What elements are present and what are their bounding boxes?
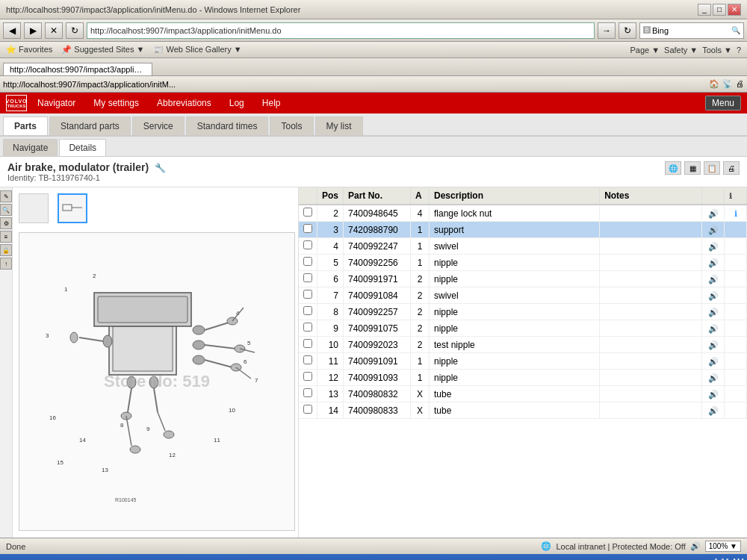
- page-menu[interactable]: Page ▼: [630, 46, 660, 55]
- nav-help[interactable]: Help: [255, 96, 288, 111]
- table-row[interactable]: 4 7400992247 1 swivel 🔊: [299, 238, 747, 255]
- row-checkbox[interactable]: [299, 370, 317, 386]
- row-info-icon[interactable]: [725, 222, 747, 238]
- tab-standard-times[interactable]: Standard times: [186, 116, 269, 135]
- go-button[interactable]: →: [598, 22, 616, 39]
- address-bar[interactable]: http://localhost:9907/impact3/applicatio…: [87, 22, 595, 39]
- suggested-sites[interactable]: 📌 Suggested Sites ▼: [61, 45, 144, 55]
- tab-standard-parts[interactable]: Standard parts: [49, 116, 131, 135]
- zoom-level[interactable]: 100% ▼: [705, 541, 741, 552]
- edit-tool-btn[interactable]: ✎: [0, 190, 12, 202]
- arrow-tool-btn[interactable]: ↑: [0, 258, 12, 270]
- nav-log[interactable]: Log: [222, 96, 252, 111]
- row-checkbox[interactable]: [299, 402, 317, 419]
- table-row[interactable]: 9 7400991075 2 nipple 🔊: [299, 320, 747, 337]
- grid-icon[interactable]: ▦: [684, 161, 701, 175]
- row-sound-icon[interactable]: 🔊: [702, 222, 725, 238]
- subtab-details[interactable]: Details: [59, 139, 106, 156]
- search-bar[interactable]: 🅱 Bing 🔍: [639, 22, 744, 39]
- list-tool-btn[interactable]: ≡: [0, 231, 12, 243]
- search-icon[interactable]: 🔍: [731, 26, 740, 34]
- table-row[interactable]: 14 7400980833 X tube 🔊: [299, 402, 747, 419]
- row-info-icon[interactable]: [725, 370, 747, 386]
- row-sound-icon[interactable]: 🔊: [702, 370, 725, 386]
- part-diagram[interactable]: 1 2 3 4 5 6 7 8 9 10 11 12 13: [19, 232, 295, 531]
- row-sound-icon[interactable]: 🔊: [702, 287, 725, 304]
- row-info-icon[interactable]: [725, 255, 747, 271]
- row-checkbox[interactable]: [299, 222, 317, 238]
- table-row[interactable]: 11 7400991091 1 nipple 🔊: [299, 353, 747, 370]
- right-panel[interactable]: Pos Part No. A Description Notes ℹ: [299, 187, 747, 538]
- tab-my-list[interactable]: My list: [315, 116, 363, 135]
- table-row[interactable]: 7 7400991084 2 swivel 🔊: [299, 287, 747, 304]
- tab-parts[interactable]: Parts: [3, 116, 48, 135]
- nav-navigator[interactable]: Navigator: [30, 96, 83, 111]
- row-checkbox[interactable]: [299, 205, 317, 222]
- row-sound-icon[interactable]: 🔊: [702, 353, 725, 370]
- row-sound-icon[interactable]: 🔊: [702, 271, 725, 287]
- row-sound-icon[interactable]: 🔊: [702, 304, 725, 320]
- table-row[interactable]: 3 7420988790 1 support 🔊: [299, 222, 747, 238]
- row-sound-icon[interactable]: 🔊: [702, 255, 725, 271]
- rss-icon[interactable]: 📡: [722, 79, 733, 89]
- nav-menu-button[interactable]: Menu: [705, 98, 741, 108]
- table-row[interactable]: 10 7400992023 2 test nipple 🔊: [299, 337, 747, 353]
- row-info-icon[interactable]: [725, 238, 747, 255]
- tab-tools[interactable]: Tools: [270, 116, 313, 135]
- row-info-icon[interactable]: [725, 353, 747, 370]
- row-checkbox[interactable]: [299, 287, 317, 304]
- table-row[interactable]: 13 7400980832 X tube 🔊: [299, 386, 747, 402]
- row-sound-icon[interactable]: 🔊: [702, 386, 725, 402]
- globe-icon[interactable]: 🌐: [665, 161, 681, 175]
- row-checkbox[interactable]: [299, 271, 317, 287]
- refresh-button[interactable]: ↻: [66, 22, 84, 39]
- copy-icon[interactable]: 📋: [704, 161, 720, 175]
- table-row[interactable]: 2 7400948645 4 flange lock nut 🔊 ℹ: [299, 205, 747, 222]
- minimize-button[interactable]: _: [698, 4, 711, 16]
- row-info-icon[interactable]: [725, 337, 747, 353]
- settings-tool-btn[interactable]: ⚙: [0, 217, 12, 229]
- row-info-icon[interactable]: ℹ: [725, 205, 747, 222]
- lock-tool-btn[interactable]: 🔒: [0, 244, 12, 256]
- back-button[interactable]: ◀: [3, 22, 21, 39]
- row-info-icon[interactable]: [725, 287, 747, 304]
- print-icon[interactable]: 🖨: [736, 79, 744, 89]
- home-icon[interactable]: 🏠: [709, 79, 719, 89]
- print-icon-header[interactable]: 🖨: [723, 161, 740, 175]
- nav-abbreviations[interactable]: Abbreviations: [149, 96, 219, 111]
- close-button[interactable]: ✕: [728, 4, 741, 16]
- row-checkbox[interactable]: [299, 353, 317, 370]
- row-info-icon[interactable]: [725, 271, 747, 287]
- table-row[interactable]: 12 7400991093 1 nipple 🔊: [299, 370, 747, 386]
- refresh-btn2[interactable]: ↻: [619, 22, 636, 39]
- help-icon[interactable]: ?: [737, 46, 741, 55]
- tab-service[interactable]: Service: [132, 116, 185, 135]
- row-checkbox[interactable]: [299, 337, 317, 353]
- nav-my-settings[interactable]: My settings: [86, 96, 146, 111]
- col-a[interactable]: A: [411, 187, 430, 205]
- row-checkbox[interactable]: [299, 238, 317, 255]
- table-row[interactable]: 5 7400992256 1 nipple 🔊: [299, 255, 747, 271]
- table-row[interactable]: 6 7400991971 2 nipple 🔊: [299, 271, 747, 287]
- browser-tab[interactable]: http://localhost:9907/impact3/applicatio…: [3, 63, 152, 75]
- tools-menu[interactable]: Tools ▼: [702, 46, 732, 55]
- row-checkbox[interactable]: [299, 386, 317, 402]
- web-slice-gallery[interactable]: 📰 Web Slice Gallery ▼: [153, 45, 241, 55]
- favorites-menu[interactable]: ⭐ Favorites: [6, 45, 52, 55]
- stop-button[interactable]: ✕: [45, 22, 63, 39]
- table-row[interactable]: 8 7400992257 2 nipple 🔊: [299, 304, 747, 320]
- row-sound-icon[interactable]: 🔊: [702, 320, 725, 337]
- row-checkbox[interactable]: [299, 320, 317, 337]
- row-sound-icon[interactable]: 🔊: [702, 337, 725, 353]
- safety-menu[interactable]: Safety ▼: [664, 46, 698, 55]
- col-pos[interactable]: Pos: [317, 187, 344, 205]
- col-desc[interactable]: Description: [430, 187, 600, 205]
- maximize-button[interactable]: □: [713, 4, 726, 16]
- zoom-tool-btn[interactable]: 🔍: [0, 204, 12, 216]
- diagram-thumb-selected[interactable]: [58, 193, 87, 223]
- row-checkbox[interactable]: [299, 255, 317, 271]
- row-checkbox[interactable]: [299, 304, 317, 320]
- diagram-thumb-empty[interactable]: [19, 193, 49, 223]
- row-sound-icon[interactable]: 🔊: [702, 402, 725, 419]
- col-notes[interactable]: Notes: [600, 187, 702, 205]
